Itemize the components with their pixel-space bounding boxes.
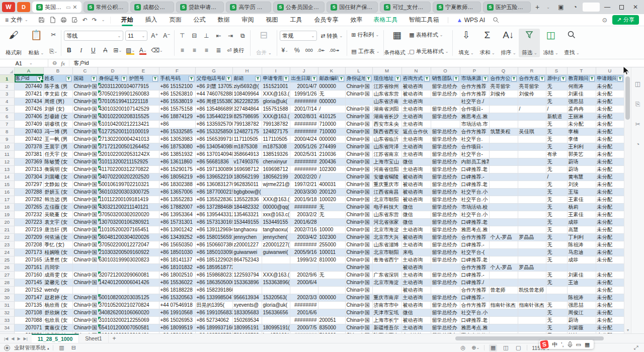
align-center-icon[interactable]: ≡ (189, 45, 199, 55)
cell[interactable]: +86 15152100 (159, 82, 195, 90)
cell[interactable]: 被动咨询 (401, 181, 431, 188)
cell[interactable]: 罗晶晶 (518, 263, 546, 271)
row-header-22[interactable]: 22 (0, 233, 14, 241)
cell[interactable]: 180562199 (232, 173, 262, 181)
cell[interactable]: 207108 (14, 309, 43, 316)
italic-button[interactable]: I (76, 45, 86, 55)
cell[interactable]: +86 15536022 (159, 279, 195, 286)
cell[interactable]: 未分配 (596, 128, 624, 135)
cell[interactable]: 183305683 (232, 309, 262, 316)
cell[interactable]: 孟冉冉 (567, 105, 596, 113)
cell[interactable]: China中国 (72, 98, 98, 105)
cell[interactable]: China中国 (72, 188, 98, 196)
cell[interactable]: +86 1354866895 (195, 105, 232, 113)
cell[interactable]: / (318, 105, 345, 113)
cell[interactable]: 被动咨询 (401, 301, 431, 309)
cell[interactable]: 180995191( (262, 324, 290, 331)
cell[interactable]: 207288 (14, 188, 43, 196)
cell[interactable] (518, 226, 546, 233)
worksheet-button[interactable]: ▤ 工作表⌄ (350, 46, 381, 56)
cell[interactable]: 成菲 (567, 218, 596, 226)
cell[interactable]: 135522836 (232, 196, 262, 203)
cell[interactable]: 被动咨询 (401, 196, 431, 203)
filter-dropdown-icon[interactable] (511, 76, 517, 81)
cell[interactable]: 207426 (14, 105, 43, 113)
cell[interactable]: 无 (546, 158, 567, 165)
row-header-21[interactable]: 21 (0, 226, 14, 233)
cell[interactable]: 社交平台- (460, 150, 489, 158)
cell[interactable]: ######## (290, 165, 318, 173)
cell[interactable]: +86 19910568 (159, 309, 195, 316)
cell[interactable]: 留学总经办 (431, 188, 460, 196)
filter-dropdown-icon[interactable] (283, 76, 289, 81)
cell[interactable]: 刘素佳 (567, 271, 596, 279)
comma-style-icon[interactable]: 000 (304, 45, 314, 55)
cell[interactable]: 亮哥留学 (489, 82, 518, 90)
cell[interactable]: / (318, 173, 345, 181)
cell[interactable]: 社交平台-( (460, 248, 489, 256)
cell[interactable] (489, 135, 518, 143)
cell[interactable]: 207209 (14, 233, 43, 241)
cell[interactable]: 102300 (318, 233, 345, 241)
cell[interactable]: gloria@uk( (262, 301, 290, 309)
filter-dropdown-icon[interactable] (539, 76, 545, 81)
cell[interactable]: 无 (546, 98, 567, 105)
cell[interactable]: 主动咨询 (401, 165, 431, 173)
cell[interactable]: 未分配 (596, 218, 624, 226)
cell[interactable]: 无 (318, 203, 345, 211)
cell[interactable]: 184482332 (232, 203, 262, 211)
cell[interactable] (518, 165, 546, 173)
cell[interactable] (489, 113, 518, 120)
snapshot-icon[interactable]: ⎘ (635, 101, 640, 108)
cell[interactable]: 留学总经办 (431, 135, 460, 143)
cell[interactable]: 117110505 (262, 135, 290, 143)
percent-icon[interactable]: % (292, 45, 302, 55)
cell[interactable]: +86 1355228363 (195, 196, 232, 203)
cell[interactable]: 身份证地 (345, 74, 372, 82)
cell[interactable]: China中国 (72, 173, 98, 181)
cell[interactable]: 刘紫薇 (567, 324, 596, 331)
cell[interactable]: 合作方公 (489, 74, 518, 82)
cell[interactable]: China中国 (72, 128, 98, 135)
spreadsheet-grid[interactable]: ABCDEFGHIJKLMNOPQRSTU1客户id姓名国籍身份证号护照号手机号… (0, 67, 624, 333)
cell[interactable]: +86 15575158 (159, 105, 195, 113)
cell[interactable]: 207313 (14, 165, 43, 173)
cell[interactable]: 2002/5/31 (290, 150, 318, 158)
row-header-17[interactable]: 17 (0, 196, 14, 203)
cell[interactable]: 合作方推荐 (460, 90, 489, 98)
cell[interactable] (518, 181, 546, 188)
cell[interactable] (567, 263, 596, 271)
cell[interactable]: +86 1340540988 (195, 143, 232, 150)
cell[interactable]: China中国 (345, 173, 372, 181)
filter-dropdown-icon[interactable] (66, 76, 71, 81)
cell[interactable] (489, 324, 518, 331)
cell[interactable]: 韩浩远 (男 (43, 196, 72, 203)
cell[interactable]: 留学总经办 (431, 233, 460, 241)
ime-keyboard-icon[interactable]: ▭ (576, 341, 581, 348)
cell[interactable]: China中国 (72, 248, 98, 256)
cell[interactable]: 500108200203035125 (98, 294, 128, 301)
cell[interactable]: 370503200302020020 (98, 211, 128, 218)
cell[interactable] (518, 271, 546, 279)
cell[interactable]: 吴佳琪 (518, 128, 546, 135)
cell[interactable]: 胡睿琪 (女 (43, 120, 72, 128)
cell[interactable]: 吕同学 (43, 263, 72, 271)
cell[interactable]: 周俊江 (567, 309, 596, 316)
cell[interactable]: ######## (290, 158, 318, 165)
cell[interactable]: 筑慧美程 (489, 128, 518, 135)
row-header-3[interactable]: 3 (0, 90, 14, 98)
cell[interactable]: China中国 (72, 120, 98, 128)
cell[interactable]: 内部员工推荐 (460, 158, 489, 165)
cell[interactable]: 327484864 (232, 105, 262, 113)
cell[interactable] (489, 241, 518, 248)
cell[interactable]: 主动咨询 (401, 135, 431, 143)
cell[interactable]: China中国 (345, 294, 372, 301)
cell[interactable]: 手机号码 (159, 74, 195, 82)
cell[interactable]: 主动咨询 (401, 279, 431, 286)
cell[interactable]: +86 13552283 (159, 196, 195, 203)
cell[interactable]: 梁馨元 (女 (43, 279, 72, 286)
cell[interactable]: China中国 (345, 279, 372, 286)
cell[interactable]: 口碑推荐.老 (460, 165, 489, 173)
cell[interactable]: ziyi5692@( (232, 82, 262, 90)
share-button[interactable]: ↗分享 (612, 15, 639, 25)
